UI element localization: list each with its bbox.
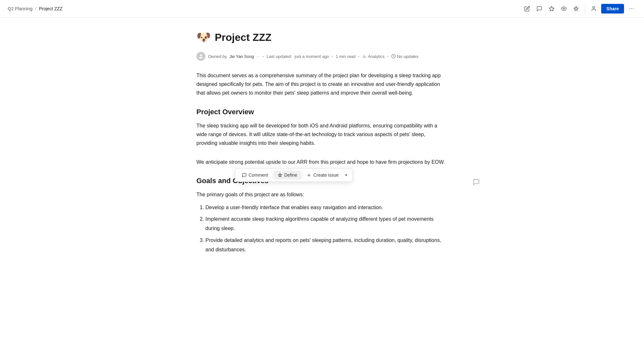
ai-icon-button[interactable] xyxy=(571,4,581,14)
profile-icon-button[interactable] xyxy=(589,4,599,14)
clock-icon xyxy=(391,54,396,59)
meta-dot-1: • xyxy=(263,54,264,59)
share-button[interactable]: Share xyxy=(601,4,624,14)
create-issue-toolbar-button[interactable]: Create issue xyxy=(303,171,343,180)
inline-comment-icon[interactable] xyxy=(473,179,480,187)
define-toolbar-label: Define xyxy=(284,172,297,178)
comment-icon xyxy=(536,6,542,12)
more-icon xyxy=(629,6,634,12)
chart-icon xyxy=(362,54,366,59)
doc-emoji: 🐶 xyxy=(196,31,211,44)
last-updated-label: Last updated: xyxy=(267,54,292,59)
edit-icon xyxy=(524,6,530,12)
list-item: Develop a user-friendly interface that e… xyxy=(205,203,448,212)
owner-label: Owned by xyxy=(208,54,227,59)
svg-point-6 xyxy=(200,54,202,56)
define-icon xyxy=(278,173,282,178)
topbar: Q2 Planning / Project ZZZ xyxy=(0,0,644,18)
plus-icon xyxy=(307,173,311,178)
svg-point-4 xyxy=(631,8,632,9)
create-issue-label: Create issue xyxy=(313,172,339,178)
comment-toolbar-icon xyxy=(242,173,247,178)
svg-point-3 xyxy=(630,8,630,9)
profile-icon xyxy=(591,6,597,12)
page-title: Project ZZZ xyxy=(215,32,271,43)
watch-icon-button[interactable] xyxy=(559,4,569,14)
no-updates: No updates xyxy=(391,54,419,59)
goals-list: Develop a user-friendly interface that e… xyxy=(196,203,448,255)
topbar-actions: Share xyxy=(522,4,636,14)
last-updated-value: just a moment ago xyxy=(295,54,329,59)
comment-icon-button[interactable] xyxy=(535,4,544,14)
read-time: 1 min read xyxy=(336,54,355,59)
watch-icon xyxy=(561,6,567,12)
list-item: Provide detailed analytics and reports o… xyxy=(205,236,448,255)
create-issue-chevron[interactable]: ▾ xyxy=(343,171,350,179)
breadcrumb: Q2 Planning / Project ZZZ xyxy=(8,6,62,11)
more-icon-button[interactable] xyxy=(627,4,636,14)
define-toolbar-button[interactable]: Define xyxy=(274,171,301,180)
owner-more[interactable]: ··· xyxy=(257,54,260,59)
meta-row: Owned by Jie Yan Song ··· • Last updated… xyxy=(196,52,448,61)
comment-toolbar-button[interactable]: Comment xyxy=(238,171,272,180)
comment-toolbar-label: Comment xyxy=(249,172,268,178)
star-icon xyxy=(549,6,554,12)
owner-name: Jie Yan Song xyxy=(230,54,254,59)
divider xyxy=(585,5,585,13)
overview-paragraph-2: We anticipate strong potential upside to… xyxy=(196,158,448,166)
inline-comment-bubble-icon xyxy=(473,179,480,186)
avatar xyxy=(196,52,205,61)
svg-point-2 xyxy=(593,6,595,8)
breadcrumb-parent[interactable]: Q2 Planning xyxy=(8,6,33,11)
analytics-link[interactable]: Analytics xyxy=(362,54,384,59)
svg-marker-0 xyxy=(549,6,554,11)
no-updates-label: No updates xyxy=(397,54,419,59)
toolbar-sep-1 xyxy=(273,172,273,178)
avatar-icon xyxy=(198,54,204,59)
list-item: Implement accurate sleep tracking algori… xyxy=(205,215,448,233)
svg-point-1 xyxy=(563,8,565,10)
meta-dot-4: • xyxy=(387,54,389,59)
selection-toolbar: Comment Define Create issue ▾ xyxy=(235,168,353,182)
meta-dot-2: • xyxy=(332,54,333,59)
breadcrumb-separator: / xyxy=(35,6,36,11)
breadcrumb-current: Project ZZZ xyxy=(39,6,62,11)
content-wrapper: 🐶 Project ZZZ Owned by Jie Yan Song ··· … xyxy=(177,18,467,283)
doc-title-row: 🐶 Project ZZZ xyxy=(196,31,448,44)
intro-paragraph: This document serves as a comprehensive … xyxy=(196,71,448,98)
svg-point-5 xyxy=(633,8,633,9)
toolbar-sep-2 xyxy=(302,172,302,178)
edit-icon-button[interactable] xyxy=(522,4,532,14)
overview-paragraph-1: The sleep tracking app will be developed… xyxy=(196,121,448,148)
ai-icon xyxy=(573,6,579,12)
star-icon-button[interactable] xyxy=(547,4,556,14)
analytics-label: Analytics xyxy=(368,54,384,59)
goals-intro: The primary goals of this project are as… xyxy=(196,190,448,199)
section-heading-overview: Project Overview xyxy=(196,108,448,116)
meta-dot-3: • xyxy=(358,54,360,59)
